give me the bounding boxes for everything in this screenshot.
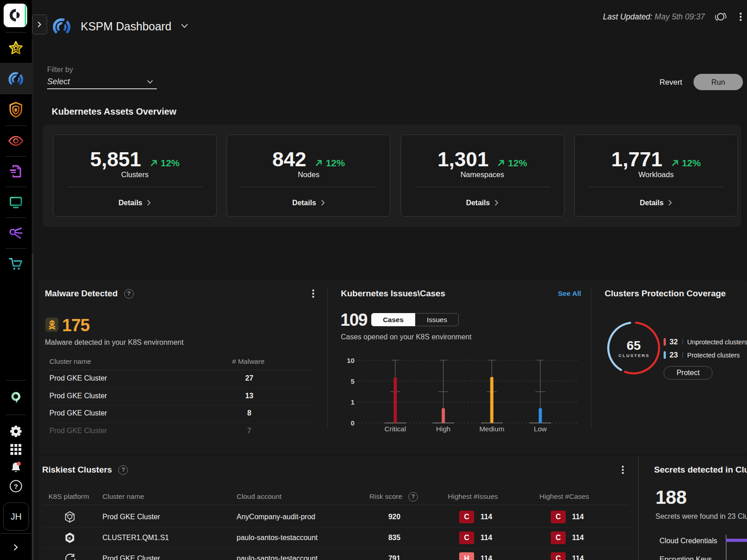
svg-text:23: 23 — [669, 351, 678, 359]
svg-text:65: 65 — [626, 338, 640, 352]
svg-text:32: 32 — [669, 338, 678, 346]
svg-text:CLUSTERS: CLUSTERS — [619, 353, 650, 358]
svg-text:?: ? — [14, 483, 18, 490]
svg-text:K: K — [68, 536, 72, 541]
svg-text:Unprotected clusters: Unprotected clusters — [687, 338, 747, 346]
svg-text:Protected clusters: Protected clusters — [687, 352, 740, 359]
